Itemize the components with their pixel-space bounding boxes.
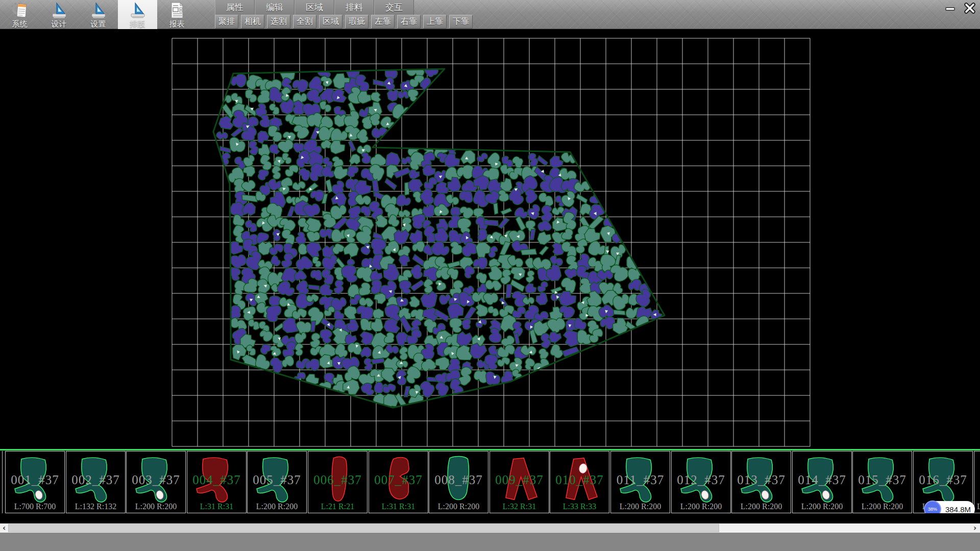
part-id-label: 012_#37 [672,473,730,487]
part-thumbnail-015_#37[interactable]: 015_#37L:200 R:200 [852,451,912,513]
part-quota-label: L:31 R:31 [369,502,428,511]
part-id-label: 015_#37 [853,473,912,487]
part-id-label: 013_#37 [732,473,791,487]
part-thumbnail-001_#37[interactable]: 001_#37L:700 R:700 [5,451,65,513]
part-thumbnail-005_#37[interactable]: 005_#37L:200 R:200 [247,451,307,513]
part-thumbnail-006_#37[interactable]: 006_#37L:21 R:21 [308,451,368,513]
part-quota-label: L:32 R:31 [490,502,549,511]
part-thumbnail-003_#37[interactable]: 003_#37L:200 R:200 [126,451,186,513]
tool-button-row: 聚排相机选割全割区域瑕疵左靠右靠上靠下靠 [215,15,475,29]
part-quota-label: L:200 R:200 [248,502,306,511]
set-square-icon [89,1,108,19]
strip-top-line [0,449,980,450]
part-id-label: 004_#37 [187,473,246,487]
menu-tab-region[interactable]: 区域 [295,0,334,15]
tool-button-align-left[interactable]: 左靠 [371,15,395,29]
scrollbar-thumb[interactable] [8,524,719,532]
part-id-label: 008_#37 [429,473,488,487]
nesting-canvas[interactable] [0,29,980,449]
part-id-label: 016_#37 [914,473,972,487]
part-quota-label: L:31 R:31 [187,502,246,511]
part-thumbnail-008_#37[interactable]: 008_#37L:200 R:200 [429,451,488,513]
part-id-label: 011_#37 [611,473,670,487]
minimize-button[interactable] [941,1,959,15]
part-thumbnail-009_#37[interactable]: 009_#37L:32 R:31 [489,451,549,513]
menu-tab-row: 属性编辑区域排料交互 [215,0,475,15]
tool-button-cluster-nest[interactable]: 聚排 [215,15,238,29]
part-id-label: 014_#37 [793,473,851,487]
menu-tab-interact[interactable]: 交互 [374,0,414,15]
nesting-drawing [0,29,980,449]
progress-circle-badge: 38% [924,500,941,513]
part-quota-label: L:200 R:200 [793,502,851,511]
part-thumbnail-002_#37[interactable]: 002_#37L:132 R:132 [66,451,126,513]
tool-button-cut-all[interactable]: 全割 [293,15,316,29]
part-id-label: 007_#37 [369,473,428,487]
tool-button-region[interactable]: 区域 [319,15,342,29]
tool-button-align-top[interactable]: 上靠 [423,15,447,29]
part-thumbnail-012_#37[interactable]: 012_#37L:200 R:200 [671,451,731,513]
progress-pill: 38% 384.8M [925,501,975,513]
toolbar-button-system[interactable]: 系统 [0,0,39,29]
window-controls [941,1,978,15]
part-quota-label: L:200 R:200 [672,502,730,511]
application-window: 系统设计设置排版报表 属性编辑区域排料交互 聚排相机选割全割区域瑕疵左靠右靠上靠… [0,0,980,551]
toolbar-button-design[interactable]: 设计 [39,0,79,29]
part-quota-label: L:200 R:200 [611,502,670,511]
part-id-label: 001_#37 [6,473,64,487]
close-button[interactable] [961,1,978,15]
memory-usage: 384.8M [945,501,971,513]
horizontal-scrollbar[interactable]: ‹ › [0,523,980,533]
status-bar [0,533,980,551]
part-quota-label: L:33 R:33 [550,502,609,511]
part-thumbnail-partial[interactable]: L: [974,451,980,513]
toolbar-button-label: 排版 [130,19,145,28]
part-quota-label: L:132 R:132 [66,502,125,511]
part-thumbnail-007_#37[interactable]: 007_#37L:31 R:31 [369,451,428,513]
titlebar: 系统设计设置排版报表 属性编辑区域排料交互 聚排相机选割全割区域瑕疵左靠右靠上靠… [0,0,980,29]
tool-button-camera[interactable]: 相机 [241,15,264,29]
toolbar-button-label: 系统 [12,19,28,28]
part-thumbnail-013_#37[interactable]: 013_#37L:200 R:200 [731,451,791,513]
part-quota-label: L:700 R:700 [6,502,64,511]
toolbar-button-settings[interactable]: 设置 [79,0,118,29]
set-square-icon [50,1,68,19]
part-thumbnail-004_#37[interactable]: 004_#37L:31 R:31 [187,451,247,513]
parts-strip: 001_#37L:700 R:700002_#37L:132 R:132003_… [0,449,980,513]
menu-area: 属性编辑区域排料交互 聚排相机选割全割区域瑕疵左靠右靠上靠下靠 [215,0,475,29]
toolbar-button-nesting[interactable]: 排版 [118,0,157,29]
scroll-left-arrow[interactable]: ‹ [0,523,8,533]
menu-tab-edit[interactable]: 编辑 [255,0,295,15]
part-id-label: 005_#37 [248,473,306,487]
part-thumbnails: 001_#37L:700 R:700002_#37L:132 R:132003_… [0,451,980,513]
set-square-icon [129,1,147,19]
toolbar-button-label: 报表 [169,19,185,28]
progress-percent: 38% [928,507,937,512]
minimize-icon [944,3,957,13]
part-id-label: 009_#37 [490,473,549,487]
part-quota-label: L:21 R:21 [308,502,367,511]
tool-button-align-bottom[interactable]: 下靠 [449,15,473,29]
system-gear-icon [11,1,29,19]
tool-button-align-right[interactable]: 右靠 [397,15,421,29]
tool-button-defect[interactable]: 瑕疵 [345,15,369,29]
menu-tab-properties[interactable]: 属性 [215,0,255,15]
part-id-label: 002_#37 [66,473,125,487]
part-id-label: 003_#37 [127,473,185,487]
menu-tab-nesting[interactable]: 排料 [334,0,374,15]
part-thumbnail-014_#37[interactable]: 014_#37L:200 R:200 [792,451,852,513]
part-quota-label: L:200 R:200 [127,502,185,511]
part-id-label: 010_#37 [550,473,609,487]
close-icon [963,3,976,14]
part-quota-label: L: [974,502,980,511]
part-thumbnail-010_#37[interactable]: 010_#37L:33 R:33 [550,451,609,513]
toolbar-button-report[interactable]: 报表 [157,0,197,29]
part-quota-label: L:200 R:200 [853,502,912,511]
main-toolbar: 系统设计设置排版报表 [0,0,197,29]
tool-button-select-cut[interactable]: 选割 [267,15,290,29]
part-id-label: 006_#37 [308,473,367,487]
part-quota-label: L:200 R:200 [429,502,488,511]
toolbar-button-label: 设置 [91,19,106,28]
part-thumbnail-011_#37[interactable]: 011_#37L:200 R:200 [610,451,670,513]
scroll-right-arrow[interactable]: › [971,523,979,533]
